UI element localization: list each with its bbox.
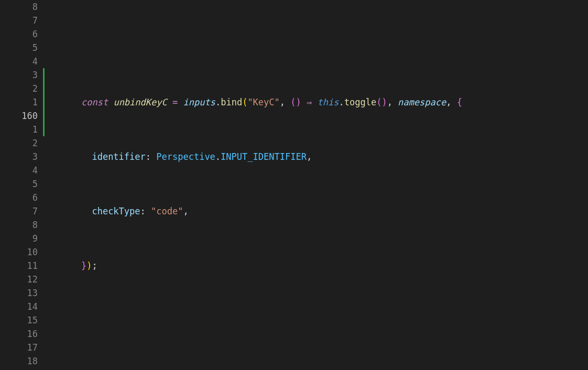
code-editor[interactable]: 8 7 6 5 4 3 2 1 160 1 2 3 4 5 6 7 8 9 10… [0,0,588,370]
line-number: 8 [0,0,43,14]
line-number: 10 [0,245,43,259]
line-number: 13 [0,286,43,300]
line-number: 18 [0,354,43,368]
line-number: 14 [0,300,43,313]
line-number: 3 [0,150,43,164]
line-number: 6 [0,191,43,204]
line-number: 4 [0,164,43,177]
line-number-absolute: 160 [0,109,43,123]
line-number: 1 [0,95,43,109]
line-number: 7 [0,204,43,218]
line-number: 15 [0,313,43,327]
line-number: 2 [0,136,43,150]
line-number: 3 [0,68,43,82]
line-number: 5 [0,41,43,55]
line-number: 1 [0,123,43,136]
code-line[interactable]: const unbindKeyC = inputs.bind("KeyC", (… [60,95,588,109]
line-number: 11 [0,259,43,273]
line-number: 2 [0,82,43,95]
line-number: 9 [0,232,43,245]
line-number: 5 [0,177,43,191]
line-number: 16 [0,327,43,341]
code-line[interactable]: identifier: Perspective.INPUT_IDENTIFIER… [60,150,588,164]
code-area[interactable]: const unbindKeyC = inputs.bind("KeyC", (… [43,0,588,370]
line-number: 4 [0,55,43,68]
line-number: 6 [0,27,43,41]
line-number: 12 [0,273,43,286]
code-line[interactable]: const unbindKeyF = inputs.bind("KeyF", (… [60,368,588,370]
line-number: 17 [0,341,43,354]
code-line[interactable]: checkType: "code", [60,204,588,218]
line-number-gutter: 8 7 6 5 4 3 2 1 160 1 2 3 4 5 6 7 8 9 10… [0,0,43,370]
line-number: 8 [0,218,43,232]
line-number: 7 [0,14,43,27]
code-line[interactable] [60,313,588,327]
code-line[interactable]: }); [60,259,588,273]
